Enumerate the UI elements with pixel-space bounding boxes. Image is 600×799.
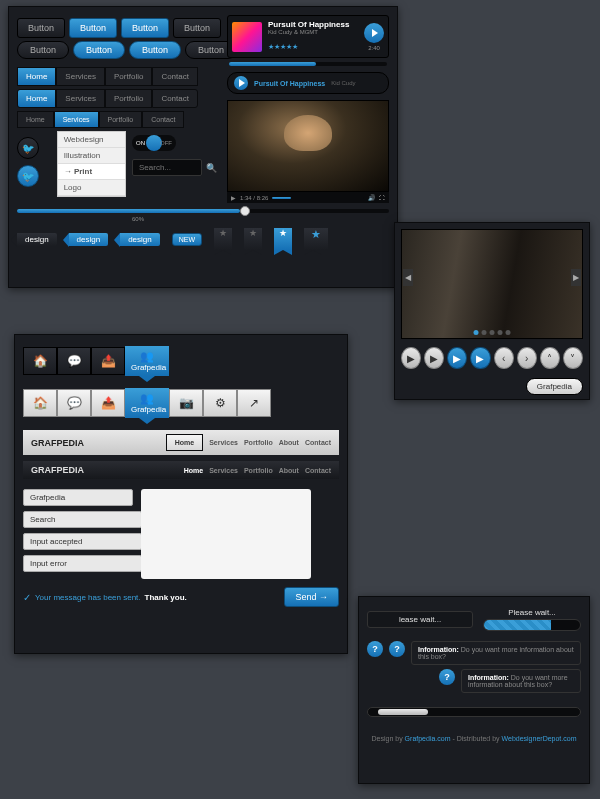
- upload-icon[interactable]: 📤: [91, 347, 125, 375]
- home-icon[interactable]: 🏠: [23, 389, 57, 417]
- tag[interactable]: design: [120, 233, 160, 246]
- footer-link[interactable]: WebdesignerDepot.com: [502, 735, 577, 742]
- nav-home[interactable]: Home: [184, 467, 203, 474]
- nav-home[interactable]: Home: [166, 434, 203, 451]
- volume-icon[interactable]: 🔊: [368, 194, 375, 201]
- button-blue[interactable]: Button: [121, 18, 169, 38]
- nav-contact[interactable]: Contact: [305, 467, 331, 474]
- send-button[interactable]: Send →: [284, 587, 339, 607]
- carousel-dot[interactable]: [474, 330, 479, 335]
- brand-tab[interactable]: 👥Grafpedia: [125, 346, 169, 376]
- play-icon[interactable]: ▶: [401, 347, 421, 369]
- nav-home[interactable]: Home: [17, 89, 56, 108]
- scrollbar-track[interactable]: [367, 707, 581, 717]
- loading-label: lease wait...: [367, 611, 473, 628]
- nav-portfolio[interactable]: Portfolio: [105, 67, 152, 86]
- toggle-switch[interactable]: ON OFF: [132, 135, 176, 151]
- dropdown-item[interactable]: Illustration: [58, 148, 125, 164]
- nav-services[interactable]: Services: [209, 467, 238, 474]
- tag[interactable]: design: [17, 233, 57, 246]
- nav-portfolio[interactable]: Portfolio: [244, 439, 273, 446]
- help-icon[interactable]: ?: [439, 669, 455, 685]
- nav-home[interactable]: Home: [17, 67, 56, 86]
- chat-icon[interactable]: 💬: [57, 389, 91, 417]
- nav-portfolio[interactable]: Portfolio: [244, 467, 273, 474]
- dropdown-item-selected[interactable]: → Print: [58, 164, 125, 180]
- search-icon[interactable]: 🔍: [206, 163, 217, 173]
- nav-contact[interactable]: Contact: [142, 111, 184, 128]
- footer-credits: Design by Grafpedia.com - Distributed by…: [367, 735, 581, 742]
- carousel-dot[interactable]: [490, 330, 495, 335]
- share-icon[interactable]: ↗: [237, 389, 271, 417]
- nav-services[interactable]: Services: [209, 439, 238, 446]
- button-pill-blue[interactable]: Button: [129, 41, 181, 59]
- button-blue[interactable]: Button: [69, 18, 117, 38]
- scrollbar-thumb[interactable]: [378, 709, 428, 715]
- gear-icon[interactable]: ⚙: [203, 389, 237, 417]
- next-icon[interactable]: ›: [517, 347, 537, 369]
- carousel-dot[interactable]: [506, 330, 511, 335]
- button-dark[interactable]: Button: [173, 18, 221, 38]
- search-input[interactable]: [132, 159, 202, 176]
- upload-icon[interactable]: 📤: [91, 389, 125, 417]
- nav-about[interactable]: About: [279, 467, 299, 474]
- dropdown-item[interactable]: Logo: [58, 180, 125, 196]
- nav-services[interactable]: Services: [54, 111, 99, 128]
- duration: 2:40: [364, 45, 384, 51]
- play-button[interactable]: [234, 76, 248, 90]
- brand-tab[interactable]: 👥Grafpedia: [125, 388, 169, 418]
- search-input[interactable]: [23, 511, 142, 528]
- nav-contact[interactable]: Contact: [152, 89, 198, 108]
- video-player[interactable]: [227, 100, 389, 192]
- bookmark-ribbon[interactable]: ★: [274, 228, 292, 250]
- twitter-icon[interactable]: 🐦: [17, 165, 39, 187]
- nav-portfolio[interactable]: Portfolio: [105, 89, 152, 108]
- carousel-dot[interactable]: [482, 330, 487, 335]
- bookmark-ribbon[interactable]: ★: [304, 228, 328, 250]
- carousel-next[interactable]: ▶: [571, 269, 581, 286]
- slider-value: 60%: [132, 216, 389, 222]
- textarea[interactable]: [141, 489, 311, 579]
- dropdown-item[interactable]: Webdesign: [58, 132, 125, 148]
- down-icon[interactable]: ˅: [563, 347, 583, 369]
- up-icon[interactable]: ˄: [540, 347, 560, 369]
- bookmark-ribbon[interactable]: ★: [244, 228, 262, 250]
- nav-contact[interactable]: Contact: [305, 439, 331, 446]
- button-dark[interactable]: Button: [17, 18, 65, 38]
- carousel-prev[interactable]: ◀: [403, 269, 413, 286]
- help-icon[interactable]: ?: [367, 641, 383, 657]
- text-input[interactable]: [23, 489, 133, 506]
- input-error[interactable]: [23, 555, 142, 572]
- play-icon[interactable]: ▶: [447, 347, 467, 369]
- tag[interactable]: design: [69, 233, 109, 246]
- nav-contact[interactable]: Contact: [152, 67, 198, 86]
- rating-stars: ★★★★★: [268, 35, 358, 53]
- brand-button[interactable]: Grafpedia: [526, 378, 583, 395]
- footer-link[interactable]: Grafpedia.com: [405, 735, 451, 742]
- video-play-icon[interactable]: ▶: [231, 194, 236, 201]
- bookmark-ribbon[interactable]: ★: [214, 228, 232, 250]
- nav-services[interactable]: Services: [56, 67, 105, 86]
- button-pill-blue[interactable]: Button: [73, 41, 125, 59]
- twitter-icon[interactable]: 🐦: [17, 137, 39, 159]
- play-icon[interactable]: ▶: [424, 347, 444, 369]
- services-dropdown: Webdesign Illustration → Print Logo: [57, 131, 126, 197]
- nav-portfolio[interactable]: Portfolio: [99, 111, 143, 128]
- play-icon[interactable]: ▶: [470, 347, 490, 369]
- input-valid[interactable]: [23, 533, 142, 550]
- chat-icon[interactable]: 💬: [57, 347, 91, 375]
- home-icon[interactable]: 🏠: [23, 347, 57, 375]
- prev-icon[interactable]: ‹: [494, 347, 514, 369]
- nav-services[interactable]: Services: [56, 89, 105, 108]
- play-button[interactable]: [364, 23, 384, 43]
- song-artist: Kid Cudy: [331, 80, 355, 86]
- loading-label: Please wait...: [483, 608, 581, 617]
- fullscreen-icon[interactable]: ⛶: [379, 195, 385, 201]
- help-icon[interactable]: ?: [389, 641, 405, 657]
- nav-home[interactable]: Home: [17, 111, 54, 128]
- camera-icon[interactable]: 📷: [169, 389, 203, 417]
- carousel-dot[interactable]: [498, 330, 503, 335]
- nav-about[interactable]: About: [279, 439, 299, 446]
- button-pill-dark[interactable]: Button: [17, 41, 69, 59]
- info-tooltip: Information: Do you want more informatio…: [461, 669, 581, 693]
